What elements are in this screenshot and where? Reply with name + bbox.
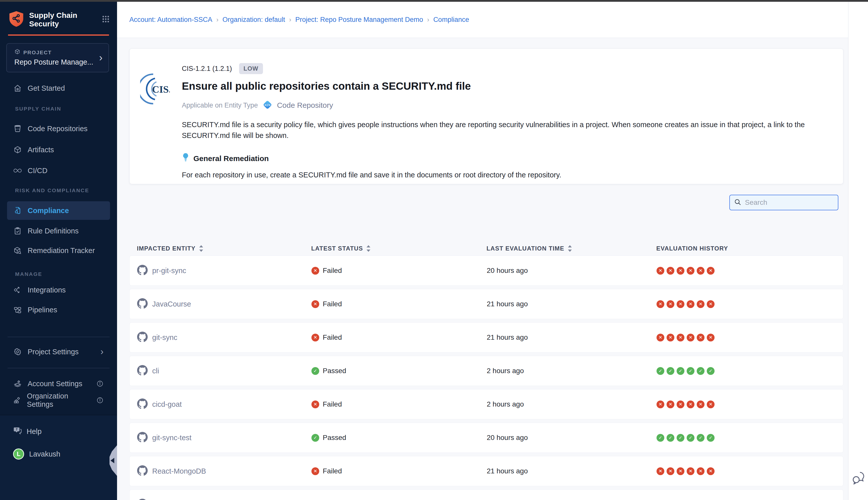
evaluation-history: ✕✕✕✕✕✕ xyxy=(657,267,843,275)
history-fail-icon: ✕ xyxy=(667,267,674,275)
help-chat-icon: ? xyxy=(13,427,22,437)
rule-title: Ensure all public repositories contain a… xyxy=(182,80,833,92)
table-row[interactable]: ✓ ✓✓✓✓✓✓ xyxy=(129,489,843,500)
sidebar-item-project-settings[interactable]: Project Settings › xyxy=(7,342,110,361)
sidebar-divider xyxy=(8,337,109,337)
app-title: Supply Chain Security xyxy=(29,11,77,28)
project-selector[interactable]: PROJECT Repo Posture Manage... › xyxy=(6,43,109,72)
cis-logo-icon: CIS. xyxy=(140,70,170,108)
support-chat-icon[interactable] xyxy=(852,471,865,487)
sidebar-item-artifacts[interactable]: Artifacts xyxy=(7,140,110,159)
history-fail-icon: ✕ xyxy=(687,267,694,275)
history-fail-icon: ✕ xyxy=(676,267,684,275)
sort-icon[interactable] xyxy=(366,245,371,252)
rule-id: CIS-1.2.1 (1.2.1) xyxy=(182,65,232,72)
search-icon xyxy=(734,198,741,207)
breadcrumb-organization[interactable]: Organization: default xyxy=(222,16,285,24)
search-box xyxy=(729,195,838,210)
user-name: Lavakush xyxy=(29,450,60,458)
entity-name[interactable]: React-MongoDB xyxy=(152,467,206,475)
svg-text:</>: </> xyxy=(264,103,271,107)
table-row[interactable]: cli ✓ Passed 2 hours ago ✓✓✓✓✓✓ xyxy=(129,356,843,386)
entity-name[interactable]: cli xyxy=(152,367,159,375)
history-pass-icon: ✓ xyxy=(676,367,684,375)
column-header-last-evaluation-time[interactable]: LAST EVALUATION TIME xyxy=(486,245,656,252)
github-icon xyxy=(137,465,148,477)
sidebar-item-organization-settings[interactable]: Organization Settings xyxy=(7,393,110,408)
column-header-impacted-entity[interactable]: IMPACTED ENTITY xyxy=(129,245,311,252)
history-pass-icon: ✓ xyxy=(697,434,705,442)
history-pass-icon: ✓ xyxy=(687,367,694,375)
table-row[interactable]: git-sync ✕ Failed 21 hours ago ✕✕✕✕✕✕ xyxy=(129,322,843,353)
applicable-label: Applicable on Entity Type xyxy=(182,102,258,109)
status-icon: ✕ xyxy=(311,400,319,408)
breadcrumb-compliance[interactable]: Compliance xyxy=(433,16,469,24)
history-fail-icon: ✕ xyxy=(707,467,715,475)
github-icon xyxy=(137,499,148,500)
sidebar-item-rule-definitions[interactable]: Rule Definitions xyxy=(7,221,110,240)
table-row[interactable]: cicd-goat ✕ Failed 2 hours ago ✕✕✕✕✕✕ xyxy=(129,389,843,419)
info-icon xyxy=(96,380,103,387)
app-grid-icon[interactable] xyxy=(102,15,110,24)
history-fail-icon: ✕ xyxy=(667,334,674,341)
history-fail-icon: ✕ xyxy=(707,267,715,275)
user-menu[interactable]: L Lavakush xyxy=(0,447,117,461)
evaluation-history: ✕✕✕✕✕✕ xyxy=(657,400,843,408)
table-row[interactable]: React-MongoDB ✕ Failed 21 hours ago ✕✕✕✕… xyxy=(129,456,843,486)
history-fail-icon: ✕ xyxy=(676,334,684,341)
history-fail-icon: ✕ xyxy=(687,400,694,408)
history-pass-icon: ✓ xyxy=(687,434,694,442)
github-icon xyxy=(137,432,148,443)
sort-icon[interactable] xyxy=(199,245,204,252)
project-name: Repo Posture Manage... xyxy=(14,58,97,66)
history-fail-icon: ✕ xyxy=(697,467,705,475)
status-icon: ✕ xyxy=(311,300,319,308)
sidebar-item-pipelines[interactable]: Pipelines xyxy=(7,300,110,319)
impacted-entities-table: IMPACTED ENTITY LATEST STATUS xyxy=(129,241,843,500)
history-fail-icon: ✕ xyxy=(676,300,684,308)
breadcrumb-account[interactable]: Account: Automation-SSCA xyxy=(129,16,212,24)
status-icon: ✕ xyxy=(311,334,319,341)
entity-name[interactable]: git-sync-test xyxy=(152,434,192,442)
rule-description: SECURITY.md file is a security policy fi… xyxy=(182,120,832,141)
history-pass-icon: ✓ xyxy=(707,434,715,442)
sidebar-item-get-started[interactable]: Get Started xyxy=(7,79,110,98)
entity-name[interactable]: JavaCourse xyxy=(152,300,191,308)
column-header-latest-status[interactable]: LATEST STATUS xyxy=(311,245,486,252)
table-row[interactable]: pr-git-sync ✕ Failed 20 hours ago ✕✕✕✕✕✕ xyxy=(129,255,843,286)
entity-name[interactable]: pr-git-sync xyxy=(152,266,186,275)
sort-icon[interactable] xyxy=(567,245,572,252)
entity-name[interactable]: cicd-goat xyxy=(152,400,182,409)
history-pass-icon: ✓ xyxy=(707,367,715,375)
history-fail-icon: ✕ xyxy=(707,400,715,408)
status-text: Passed xyxy=(323,434,346,442)
history-fail-icon: ✕ xyxy=(667,300,674,308)
evaluation-time: 20 hours ago xyxy=(487,434,657,442)
entity-name[interactable]: git-sync xyxy=(152,333,177,342)
history-pass-icon: ✓ xyxy=(676,434,684,442)
breadcrumb-bar: Account: Automation-SSCA › Organization:… xyxy=(117,2,848,38)
svg-text:?: ? xyxy=(16,428,18,431)
help-button[interactable]: ? Help xyxy=(0,425,117,438)
evaluation-history: ✓✓✓✓✓✓ xyxy=(657,434,843,442)
remediation-box-icon xyxy=(13,247,22,254)
table-row[interactable]: git-sync-test ✓ Passed 20 hours ago ✓✓✓✓… xyxy=(129,423,843,453)
sidebar-item-integrations[interactable]: Integrations xyxy=(7,281,110,299)
table-row[interactable]: JavaCourse ✕ Failed 21 hours ago ✕✕✕✕✕✕ xyxy=(129,289,843,319)
chevron-right-icon: › xyxy=(101,346,103,357)
sidebar-item-account-settings[interactable]: Account Settings xyxy=(7,374,110,393)
sidebar-item-remediation-tracker[interactable]: Remediation Tracker xyxy=(7,241,110,260)
status-text: Failed xyxy=(323,467,342,475)
search-input[interactable] xyxy=(744,198,834,207)
sidebar-item-cicd[interactable]: CI/CD xyxy=(7,161,110,180)
evaluation-time: 2 hours ago xyxy=(487,367,657,375)
sidebar-item-compliance[interactable]: Compliance xyxy=(7,201,110,220)
breadcrumb-project[interactable]: Project: Repo Posture Management Demo xyxy=(296,16,423,24)
history-pass-icon: ✓ xyxy=(667,367,674,375)
infinity-icon xyxy=(13,168,22,174)
app-header: Supply Chain Security xyxy=(0,2,117,29)
history-pass-icon: ✓ xyxy=(657,434,664,442)
brand-accent-rule xyxy=(8,34,109,36)
sidebar-item-code-repositories[interactable]: </> Code Repositories xyxy=(7,120,110,138)
remediation-heading: General Remediation xyxy=(193,154,269,163)
